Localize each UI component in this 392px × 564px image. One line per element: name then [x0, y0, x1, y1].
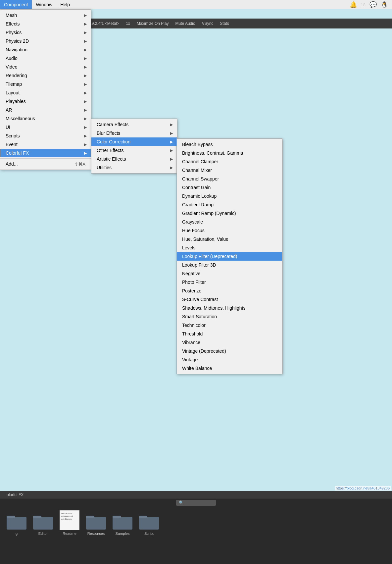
mute-label: Mute Audio — [175, 21, 195, 26]
menu-component[interactable]: Component — [0, 0, 32, 9]
file-name: Samples — [116, 532, 130, 536]
zoom-level: 1x — [126, 21, 130, 26]
menu-item-vintage[interactable]: Vintage — [177, 355, 282, 364]
bottom-panel-tab[interactable]: olorful FX — [3, 492, 27, 497]
menu-item-utilities[interactable]: Utilities ▶ — [91, 163, 177, 172]
file-name: Readme — [63, 532, 76, 536]
menu-item-playables[interactable]: Playables ▶ — [0, 97, 91, 106]
menu-bar-right: 🔔 18 💬 🐧 — [350, 0, 392, 9]
menu-item-contrast-gain[interactable]: Contrast Gain — [177, 183, 282, 192]
chat-icon[interactable]: 💬 — [369, 1, 377, 8]
file-name: g — [16, 532, 18, 536]
menu-item-add[interactable]: Add... ⇧⌘A — [0, 160, 91, 168]
menu-item-shadows-midtones-highlights[interactable]: Shadows, Midtones, Highlights — [177, 304, 282, 312]
svg-rect-7 — [113, 516, 121, 518]
menu-item-color-correction[interactable]: Color Correction ▶ — [91, 137, 177, 146]
list-item: Neque porroquisquam estqui dolorem. Read… — [60, 510, 79, 536]
menu-item-blur-effects[interactable]: Blur Effects ▶ — [91, 129, 177, 137]
component-menu: Mesh ▶ Effects ▶ Physics ▶ Physics 2D ▶ … — [0, 9, 91, 170]
menu-item-lookup-filter-3d[interactable]: Lookup Filter 3D — [177, 261, 282, 269]
menu-item-grayscale[interactable]: Grayscale — [177, 218, 282, 226]
folder-icon — [33, 514, 53, 530]
svg-rect-6 — [113, 517, 132, 530]
folder-icon — [7, 514, 26, 530]
svg-rect-0 — [7, 517, 26, 530]
wechat-icon[interactable]: 🐧 — [381, 1, 388, 8]
folder-icon — [113, 514, 132, 530]
menu-item-physics[interactable]: Physics ▶ — [0, 28, 91, 37]
notification-count: 18 — [361, 2, 366, 7]
svg-rect-5 — [86, 516, 94, 518]
menu-item-white-balance[interactable]: White Balance — [177, 364, 282, 373]
menu-item-negative[interactable]: Negative — [177, 269, 282, 278]
list-item: Samples — [113, 514, 132, 536]
menu-item-event[interactable]: Event ▶ — [0, 140, 91, 149]
menu-separator — [0, 158, 91, 159]
file-list: g Editor Neque porroquisquam estqui dolo… — [0, 507, 392, 539]
svg-rect-2 — [33, 517, 53, 530]
notification-icon[interactable]: 🔔 — [350, 1, 357, 8]
menu-item-posterize[interactable]: Posterize — [177, 286, 282, 295]
colorful-fx-submenu: Camera Effects ▶ Blur Effects ▶ Color Co… — [91, 119, 177, 174]
folder-icon — [86, 514, 106, 530]
menu-item-channel-mixer[interactable]: Channel Mixer — [177, 166, 282, 175]
menu-item-colorful-fx[interactable]: Colorful FX ▶ — [0, 149, 91, 157]
file-name: Resources — [87, 532, 105, 536]
menu-item-hue-focus[interactable]: Hue Focus — [177, 226, 282, 235]
menu-item-audio[interactable]: Audio ▶ — [0, 54, 91, 63]
menu-item-channel-clamper[interactable]: Channel Clamper — [177, 157, 282, 166]
svg-rect-9 — [139, 516, 147, 518]
menu-item-artistic-effects[interactable]: Artistic Effects ▶ — [91, 155, 177, 163]
menu-item-ui[interactable]: UI ▶ — [0, 123, 91, 131]
menu-bar: Component Window Help 🔔 18 💬 🐧 — [0, 0, 392, 9]
menu-item-mesh[interactable]: Mesh ▶ — [0, 11, 91, 20]
menu-item-navigation[interactable]: Navigation ▶ — [0, 45, 91, 54]
list-item: Script — [139, 514, 159, 536]
menu-item-threshold[interactable]: Threshold — [177, 330, 282, 338]
menu-item-rendering[interactable]: Rendering ▶ — [0, 71, 91, 80]
file-name: Editor — [38, 532, 48, 536]
menu-item-dynamic-lookup[interactable]: Dynamic Lookup — [177, 192, 282, 200]
menu-item-effects[interactable]: Effects ▶ — [0, 20, 91, 28]
svg-rect-8 — [139, 517, 159, 530]
menu-item-gradient-ramp-dynamic[interactable]: Gradient Ramp (Dynamic) — [177, 209, 282, 218]
menu-item-brightness-contrast-gamma[interactable]: Brightness, Contrast, Gamma — [177, 149, 282, 157]
menu-item-hue-saturation-value[interactable]: Hue, Saturation, Value — [177, 235, 282, 243]
watermark: https://blog.csdn.net/a461349286 — [335, 486, 391, 490]
bottom-panel: olorful FX g Editor — [0, 491, 392, 564]
project-search[interactable] — [176, 500, 216, 506]
menu-item-s-curve-contrast[interactable]: S-Curve Contrast — [177, 295, 282, 304]
svg-rect-4 — [86, 517, 106, 530]
menu-item-gradient-ramp[interactable]: Gradient Ramp — [177, 200, 282, 209]
maximize-label: Maximize On Play — [137, 21, 169, 26]
list-item: Editor — [33, 514, 53, 536]
menu-item-smart-saturation[interactable]: Smart Saturation — [177, 312, 282, 321]
menu-item-physics2d[interactable]: Physics 2D ▶ — [0, 37, 91, 45]
list-item: g — [7, 514, 26, 536]
menu-item-channel-swapper[interactable]: Channel Swapper — [177, 175, 282, 183]
menu-item-video[interactable]: Video ▶ — [0, 63, 91, 71]
menu-item-vintage-deprecated[interactable]: Vintage (Deprecated) — [177, 347, 282, 355]
menu-item-ar[interactable]: AR ▶ — [0, 106, 91, 114]
readme-icon: Neque porroquisquam estqui dolorem. — [60, 510, 79, 530]
stats-label: Stats — [220, 21, 229, 26]
menu-item-layout[interactable]: Layout ▶ — [0, 88, 91, 97]
menu-window[interactable]: Window — [32, 0, 56, 9]
menu-item-camera-effects[interactable]: Camera Effects ▶ — [91, 120, 177, 129]
menu-item-scripts[interactable]: Scripts ▶ — [0, 131, 91, 140]
folder-icon — [139, 514, 159, 530]
menu-item-vibrance[interactable]: Vibrance — [177, 338, 282, 347]
svg-rect-1 — [7, 516, 15, 518]
menu-item-bleach-bypass[interactable]: Bleach Bypass — [177, 140, 282, 149]
file-name: Script — [144, 532, 154, 536]
menu-item-miscellaneous[interactable]: Miscellaneous ▶ — [0, 114, 91, 123]
bottom-panel-header: olorful FX — [0, 491, 392, 498]
menu-item-photo-filter[interactable]: Photo Filter — [177, 278, 282, 286]
menu-item-tilemap[interactable]: Tilemap ▶ — [0, 80, 91, 88]
menu-item-lookup-filter-deprecated[interactable]: Lookup Filter (Deprecated) — [177, 252, 282, 261]
menu-item-technicolor[interactable]: Technicolor — [177, 321, 282, 330]
menu-item-other-effects[interactable]: Other Effects ▶ — [91, 146, 177, 155]
menu-help[interactable]: Help — [56, 0, 74, 9]
menu-item-levels[interactable]: Levels — [177, 243, 282, 252]
vsync-label: VSync — [202, 21, 214, 26]
